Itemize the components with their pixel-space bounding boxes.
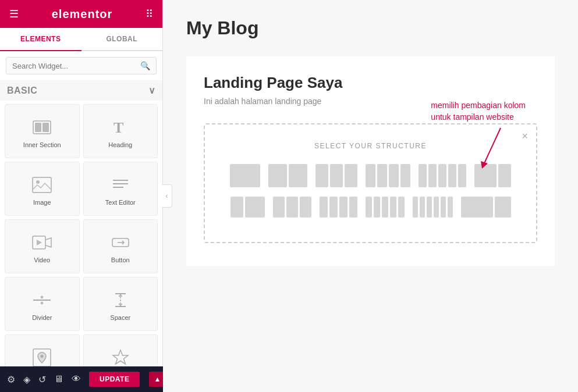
- svg-line-21: [483, 128, 501, 166]
- widget-image[interactable]: Image: [5, 162, 80, 216]
- widget-image-label: Image: [33, 199, 51, 206]
- svg-rect-1: [35, 123, 41, 132]
- widget-divider[interactable]: Divider: [5, 277, 80, 331]
- widget-spacer-label: Spacer: [110, 314, 130, 321]
- tab-elements[interactable]: ELEMENTS: [0, 28, 81, 51]
- preview-icon[interactable]: 👁: [72, 374, 81, 384]
- structure-4-thin[interactable]: [317, 194, 360, 220]
- structure-3col[interactable]: [313, 162, 360, 190]
- section-header: BASIC ∨: [0, 80, 162, 101]
- update-button[interactable]: UPDATE: [89, 372, 140, 387]
- sidebar-header: ☰ elementor ⠿: [0, 0, 162, 28]
- search-input[interactable]: [12, 62, 140, 70]
- structure-2col[interactable]: [266, 162, 310, 190]
- structure-2-3[interactable]: [228, 194, 267, 220]
- structure-6-thin[interactable]: [410, 194, 455, 220]
- structure-3-unequal[interactable]: [271, 194, 314, 220]
- svg-rect-4: [33, 177, 51, 193]
- tab-global[interactable]: GLOBAL: [81, 28, 163, 50]
- image-icon: [31, 174, 52, 195]
- structure-wide-narrow[interactable]: [459, 194, 513, 220]
- structure-4col[interactable]: [363, 162, 413, 190]
- history-icon[interactable]: ↺: [38, 374, 46, 385]
- widgets-grid: Inner Section T Heading Image: [0, 101, 162, 392]
- content-area: Landing Page Saya Ini adalah halaman lan…: [186, 56, 555, 266]
- structure-row-2: [217, 194, 524, 220]
- widget-video-label: Video: [34, 256, 50, 263]
- section-label: BASIC: [7, 85, 37, 96]
- sidebar-tabs: ELEMENTS GLOBAL: [0, 28, 162, 51]
- svg-marker-14: [41, 296, 43, 298]
- collapse-handle[interactable]: ‹: [162, 184, 172, 208]
- main-content: My Blog Landing Page Saya Ini adalah hal…: [163, 0, 578, 392]
- video-icon: [31, 232, 52, 253]
- responsive-icon[interactable]: 🖥: [54, 374, 63, 384]
- widget-button[interactable]: Button: [83, 219, 158, 273]
- structure-5-thin[interactable]: [363, 194, 407, 220]
- widget-button-label: Button: [111, 256, 130, 263]
- icon-icon: [110, 347, 131, 368]
- svg-point-20: [41, 355, 44, 358]
- layers-icon[interactable]: ◈: [23, 374, 30, 385]
- widget-spacer[interactable]: Spacer: [83, 277, 158, 331]
- settings-icon[interactable]: ⚙: [7, 374, 15, 385]
- annotation-text: memilih pembagian kolomuntuk tampilan we…: [431, 100, 526, 123]
- svg-marker-15: [41, 302, 43, 304]
- svg-rect-2: [42, 123, 49, 132]
- search-icon: 🔍: [140, 61, 150, 70]
- page-title: My Blog: [186, 17, 555, 39]
- svg-marker-10: [37, 240, 42, 245]
- button-icon: [110, 232, 131, 253]
- inner-section-icon: [31, 117, 52, 138]
- spacer-icon: [110, 290, 131, 311]
- widget-text-editor-label: Text Editor: [105, 199, 136, 206]
- widget-heading-label: Heading: [108, 141, 132, 148]
- widget-inner-section-label: Inner Section: [23, 141, 61, 148]
- search-bar: 🔍: [6, 57, 157, 74]
- widget-heading[interactable]: T Heading: [83, 104, 158, 158]
- maps-icon: [31, 347, 52, 368]
- widget-inner-section[interactable]: Inner Section: [5, 104, 80, 158]
- structure-1col[interactable]: [228, 162, 263, 190]
- bottom-bar: ⚙ ◈ ↺ 🖥 👁 UPDATE ▲: [0, 366, 163, 392]
- widget-divider-label: Divider: [32, 314, 52, 321]
- heading-icon: T: [110, 117, 131, 138]
- svg-point-5: [36, 180, 40, 184]
- hamburger-icon[interactable]: ☰: [9, 8, 19, 20]
- widget-video[interactable]: Video: [5, 219, 80, 273]
- sidebar: ☰ elementor ⠿ ELEMENTS GLOBAL 🔍 BASIC ∨ …: [0, 0, 163, 392]
- elementor-logo: elementor: [52, 8, 113, 21]
- grid-icon[interactable]: ⠿: [146, 8, 153, 20]
- divider-icon: [31, 290, 52, 311]
- chevron-down-icon[interactable]: ∨: [148, 85, 156, 96]
- svg-text:T: T: [114, 119, 123, 136]
- widget-text-editor[interactable]: Text Editor: [83, 162, 158, 216]
- text-editor-icon: [110, 174, 131, 195]
- landing-title: Landing Page Saya: [204, 74, 537, 92]
